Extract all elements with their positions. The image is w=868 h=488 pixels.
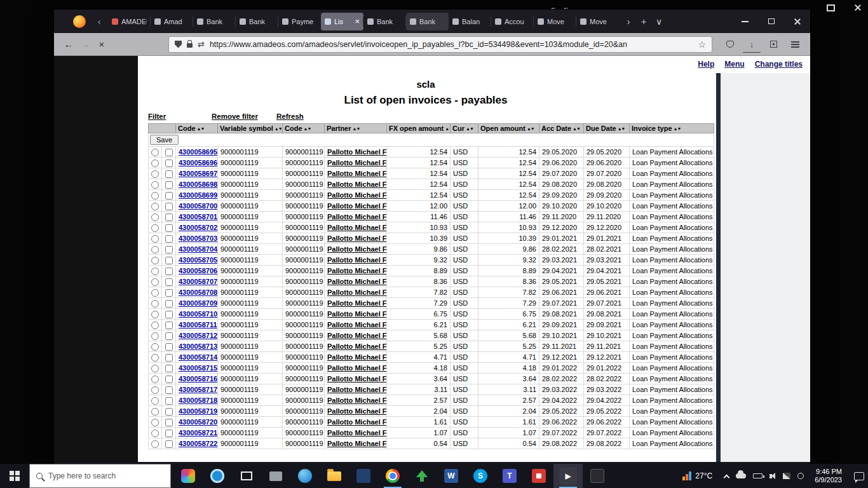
sort-arrows-icon[interactable]: ▲▼: [527, 126, 534, 131]
restore-icon[interactable]: [827, 4, 835, 11]
row-radio[interactable]: [151, 289, 159, 297]
save-button[interactable]: Save: [150, 135, 179, 145]
invoice-link[interactable]: 4300058717: [179, 386, 217, 393]
column-header[interactable]: Due Date▲▼: [584, 124, 630, 133]
partner-link[interactable]: Pallotto Michael F: [327, 429, 387, 437]
partner-link[interactable]: Pallotto Michael F: [327, 191, 387, 199]
partner-link[interactable]: Pallotto Michael F: [327, 180, 387, 188]
row-radio[interactable]: [151, 354, 159, 362]
header-link-change-titles[interactable]: Change titles: [755, 60, 803, 69]
file-explorer-icon[interactable]: [320, 464, 349, 488]
notification-center-icon[interactable]: [854, 472, 864, 480]
invoice-link[interactable]: 4300058702: [179, 224, 217, 231]
new-tab-button[interactable]: +: [636, 17, 651, 27]
row-radio[interactable]: [151, 408, 159, 416]
invoice-link[interactable]: 4300058704: [179, 245, 217, 253]
partner-link[interactable]: Pallotto Michael F: [327, 202, 387, 210]
partner-link[interactable]: Pallotto Michael F: [327, 407, 387, 415]
browser-tab[interactable]: Bank: [406, 13, 449, 30]
invoice-link[interactable]: 4300058715: [179, 364, 217, 372]
bookmark-star-icon[interactable]: ☆: [698, 39, 706, 50]
skype-icon[interactable]: S: [466, 464, 495, 488]
partner-link[interactable]: Pallotto Michael F: [327, 213, 387, 220]
row-radio[interactable]: [151, 235, 159, 243]
taskbar-search[interactable]: Type here to search: [29, 464, 171, 488]
invoice-link[interactable]: 4300058709: [179, 299, 217, 307]
filter-link[interactable]: Filter: [148, 112, 166, 120]
invoice-link[interactable]: 4300058718: [179, 396, 217, 404]
row-checkbox[interactable]: [165, 224, 173, 232]
row-checkbox[interactable]: [165, 397, 173, 405]
invoice-link[interactable]: 4300058711: [179, 321, 217, 329]
row-radio[interactable]: [151, 300, 159, 308]
row-checkbox[interactable]: [165, 300, 173, 308]
row-checkbox[interactable]: [165, 365, 173, 372]
sort-arrows-icon[interactable]: ▲▼: [197, 126, 205, 131]
row-checkbox[interactable]: [165, 430, 173, 437]
partner-link[interactable]: Pallotto Michael F: [327, 299, 387, 307]
partner-link[interactable]: Pallotto Michael F: [327, 170, 387, 177]
browser-tab[interactable]: Accou: [491, 13, 534, 30]
menu-icon[interactable]: [786, 36, 804, 53]
project-icon[interactable]: [261, 464, 290, 488]
browser-tab[interactable]: Balan: [449, 13, 491, 30]
weather-widget[interactable]: 27°C: [682, 471, 712, 480]
sort-arrows-icon[interactable]: ▲▼: [618, 126, 625, 131]
row-radio[interactable]: [151, 386, 159, 394]
forward-icon[interactable]: →: [77, 36, 93, 53]
tab-scroll-left-icon[interactable]: ‹: [92, 17, 106, 27]
browser-tab[interactable]: Lis×: [321, 13, 363, 30]
task-view-icon[interactable]: [232, 464, 261, 488]
row-checkbox[interactable]: [165, 149, 173, 156]
row-checkbox[interactable]: [165, 419, 173, 426]
red-app-icon[interactable]: [524, 464, 553, 488]
row-checkbox[interactable]: [165, 278, 173, 286]
sort-arrows-icon[interactable]: ▲▼: [445, 126, 450, 131]
row-checkbox[interactable]: [165, 289, 173, 297]
lock-icon[interactable]: [187, 43, 193, 48]
row-checkbox[interactable]: [165, 170, 173, 178]
sort-arrows-icon[interactable]: ▲▼: [674, 126, 681, 131]
row-checkbox[interactable]: [165, 214, 173, 221]
column-header[interactable]: Variable symbol▲▼: [218, 124, 283, 133]
row-checkbox[interactable]: [165, 354, 173, 362]
row-radio[interactable]: [151, 376, 159, 383]
partner-link[interactable]: Pallotto Michael F: [327, 440, 387, 447]
partner-link[interactable]: Pallotto Michael F: [327, 364, 387, 372]
network-icon[interactable]: [783, 473, 790, 479]
partner-link[interactable]: Pallotto Michael F: [327, 159, 387, 166]
browser-tab[interactable]: Bank: [236, 13, 278, 30]
partner-link[interactable]: Pallotto Michael F: [327, 256, 387, 264]
partner-link[interactable]: Pallotto Michael F: [327, 224, 387, 231]
column-header[interactable]: Acc Date▲▼: [539, 124, 584, 133]
row-radio[interactable]: [151, 365, 159, 372]
partner-link[interactable]: Pallotto Michael F: [327, 353, 387, 361]
row-radio[interactable]: [151, 214, 159, 221]
invoice-link[interactable]: 4300058713: [179, 342, 217, 350]
partner-link[interactable]: Pallotto Michael F: [327, 310, 387, 318]
row-checkbox[interactable]: [165, 268, 173, 275]
invoice-link[interactable]: 4300058700: [179, 202, 217, 210]
url-text[interactable]: https://www.amadeos.com/amadeos/servlet/…: [210, 40, 693, 49]
hidden-icons-chevron-icon[interactable]: [724, 474, 730, 480]
tracking-shield-icon[interactable]: [175, 41, 182, 48]
taskbar-clock[interactable]: 9:46 PM 6/9/2023: [815, 468, 842, 484]
row-radio[interactable]: [151, 397, 159, 405]
column-header[interactable]: Code▲▼: [283, 124, 325, 133]
invoice-link[interactable]: 4300058697: [179, 170, 217, 177]
invoice-link[interactable]: 4300058714: [179, 353, 217, 361]
cloud-icon[interactable]: [736, 473, 746, 478]
invoice-link[interactable]: 4300058720: [179, 418, 217, 426]
invoice-link[interactable]: 4300058699: [179, 191, 217, 199]
invoice-link[interactable]: 4300058706: [179, 267, 217, 274]
row-radio[interactable]: [151, 203, 159, 210]
header-link-help[interactable]: Help: [698, 60, 714, 69]
row-checkbox[interactable]: [165, 257, 173, 264]
partner-link[interactable]: Pallotto Michael F: [327, 386, 387, 393]
paint-icon[interactable]: [173, 464, 203, 488]
invoice-link[interactable]: 4300058705: [179, 256, 217, 264]
invoice-link[interactable]: 4300058703: [179, 234, 217, 242]
close-icon[interactable]: [854, 4, 862, 11]
header-link-menu[interactable]: Menu: [724, 60, 744, 69]
invoice-link[interactable]: 4300058707: [179, 278, 217, 285]
